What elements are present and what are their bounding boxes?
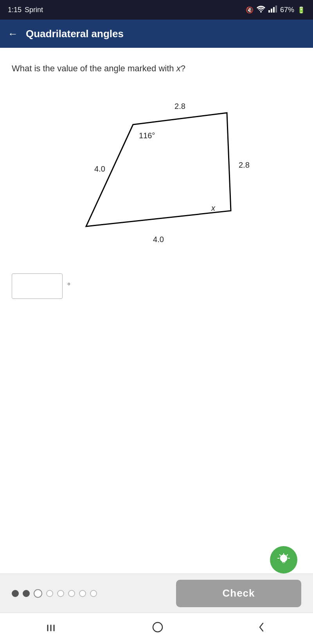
dot-8 <box>90 590 97 597</box>
svg-rect-2 <box>271 9 272 13</box>
svg-point-16 <box>153 622 162 632</box>
dot-6 <box>68 590 75 597</box>
question-variable: x <box>176 63 181 73</box>
top-side-label: 2.8 <box>174 102 185 110</box>
wifi-icon <box>257 5 265 14</box>
svg-point-0 <box>260 11 262 13</box>
svg-point-5 <box>280 555 287 562</box>
quadrilateral-shape <box>86 113 231 226</box>
android-back-button[interactable] <box>246 618 278 639</box>
lightbulb-icon <box>277 553 291 567</box>
svg-rect-4 <box>275 5 277 13</box>
left-side-label: 4.0 <box>94 165 105 173</box>
status-right: 🔇 67% 🔋 <box>246 5 305 14</box>
battery-percent: 67% <box>280 6 294 14</box>
android-menu-button[interactable] <box>35 619 70 639</box>
main-content: What is the value of the angle marked wi… <box>0 48 313 573</box>
page-title: Quadrilateral angles <box>26 28 124 40</box>
dot-7 <box>79 590 86 597</box>
status-time: 1:15 <box>8 6 22 14</box>
status-left: 1:15 Sprint <box>8 6 43 14</box>
hint-button[interactable] <box>270 546 297 573</box>
home-icon <box>152 622 163 633</box>
dot-4 <box>46 590 53 597</box>
check-button[interactable]: Check <box>176 580 301 607</box>
menu-icon <box>47 624 58 632</box>
dot-3 <box>34 589 42 598</box>
signal-icon <box>268 5 277 14</box>
right-side-label: 2.8 <box>239 161 250 169</box>
quadrilateral-diagram: 2.8 4.0 2.8 4.0 116° x <box>55 89 258 254</box>
status-carrier: Sprint <box>25 6 43 14</box>
question-suffix: ? <box>181 63 185 73</box>
status-bar: 1:15 Sprint 🔇 67% 🔋 <box>0 0 313 20</box>
nav-bar: ← Quadrilateral angles <box>0 20 313 48</box>
android-nav-bar <box>0 613 313 644</box>
dot-5 <box>57 590 64 597</box>
angle-x-label: x <box>211 204 216 212</box>
battery-icon: 🔋 <box>297 6 305 14</box>
progress-dots <box>12 589 97 598</box>
answer-area: ° <box>12 273 301 299</box>
svg-line-10 <box>287 555 288 555</box>
degree-symbol: ° <box>67 282 70 291</box>
diagram-container: 2.8 4.0 2.8 4.0 116° x <box>12 89 301 254</box>
spacer <box>12 311 301 566</box>
android-home-button[interactable] <box>140 618 175 639</box>
answer-input[interactable] <box>12 273 63 299</box>
bottom-bar: Check <box>0 573 313 613</box>
dot-1 <box>12 590 19 597</box>
question-prefix: What is the value of the angle marked wi… <box>12 63 176 73</box>
back-arrow-icon <box>257 622 266 633</box>
svg-rect-3 <box>273 7 275 13</box>
angle-116-label: 116° <box>139 131 155 140</box>
dot-2 <box>23 590 30 597</box>
mute-icon: 🔇 <box>246 6 254 14</box>
back-button[interactable]: ← <box>8 28 18 40</box>
question-text: What is the value of the angle marked wi… <box>12 63 301 74</box>
bottom-side-label: 4.0 <box>153 235 164 244</box>
svg-line-9 <box>280 555 281 555</box>
svg-rect-1 <box>268 10 270 13</box>
